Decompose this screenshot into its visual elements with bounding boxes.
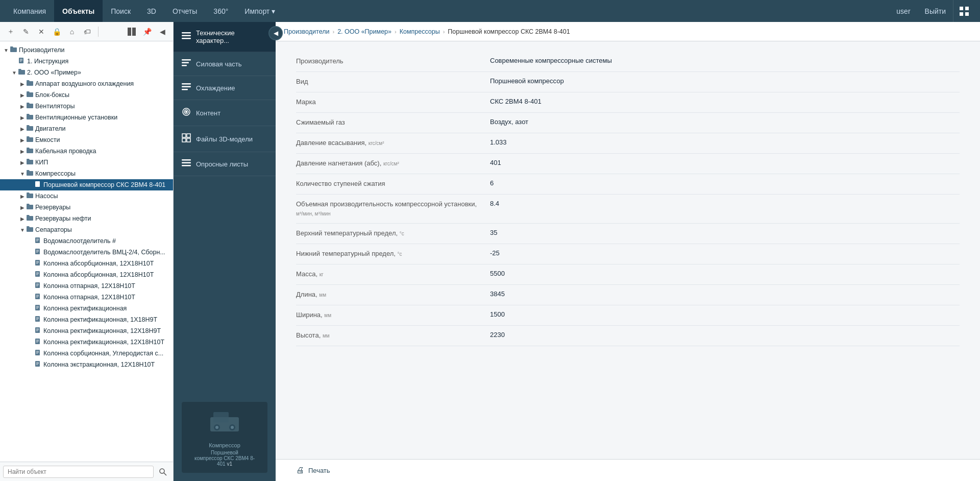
svg-point-103 bbox=[231, 426, 234, 429]
tree-item[interactable]: ▶Емкости bbox=[0, 134, 173, 146]
tree-label: Колонна ректификационная, 12Х18Н10Т bbox=[43, 339, 164, 346]
tab-icon-sil bbox=[182, 59, 191, 68]
search-button[interactable] bbox=[156, 465, 170, 479]
tree-item[interactable]: ▶Кабельная проводка bbox=[0, 146, 173, 157]
tree-item[interactable]: ▶Блок-боксы bbox=[0, 89, 173, 101]
main-layout: ＋ ✎ ✕ 🔒 ⌂ 🏷 📌 ◀ ▼Производители▶1. Инстру… bbox=[0, 22, 980, 481]
tab-label-opros: Опросные листы bbox=[196, 160, 248, 168]
print-bar[interactable]: 🖨 Печать bbox=[276, 459, 980, 481]
svg-rect-61 bbox=[35, 327, 40, 333]
tree-label: 1. Инструкция bbox=[27, 58, 68, 65]
add-button[interactable]: ＋ bbox=[4, 25, 17, 38]
nav-item-search[interactable]: Поиск bbox=[103, 0, 139, 22]
detail-value: 5500 bbox=[490, 270, 505, 277]
tree-item[interactable]: ▶Колонна ректификационная, 12Х18Н10Т bbox=[0, 336, 173, 348]
right-panel: Производители › 2. ООО «Пример» › Компре… bbox=[276, 22, 980, 481]
tab-item-ohlazh[interactable]: Охлаждение bbox=[174, 76, 276, 100]
svg-rect-16 bbox=[27, 126, 33, 131]
detail-value: 2230 bbox=[490, 331, 505, 339]
tab-item-kontent[interactable]: Контент bbox=[174, 100, 276, 126]
svg-rect-7 bbox=[19, 58, 23, 63]
nav-item-3d[interactable]: 3D bbox=[139, 0, 164, 22]
tree-item[interactable]: ▶Колонна отпарная, 12Х18Н10Т bbox=[0, 280, 173, 292]
tree-item[interactable]: ▶КИП bbox=[0, 157, 173, 168]
detail-label: Количество ступеней сжатия bbox=[296, 179, 490, 188]
tree-label: Сепараторы bbox=[35, 226, 72, 233]
tree-item[interactable]: ▶Колонна ректификационная, 1Х18Н9Т bbox=[0, 314, 173, 325]
tree-item[interactable]: ▶Аппарат воздушного охлаждения bbox=[0, 78, 173, 89]
tree-label: Двигатели bbox=[35, 125, 65, 132]
tree-item[interactable]: ▶Водомаслоотделитель # bbox=[0, 235, 173, 247]
nav-item-company[interactable]: Компания bbox=[5, 0, 54, 22]
tree-label: Компрессоры bbox=[35, 170, 76, 177]
tab-item-sil[interactable]: Силовая часть bbox=[174, 52, 276, 76]
tree-label: Колонна абсорбционная, 12Х18Н10Т bbox=[43, 260, 154, 267]
tree-label: Колонна абсорбционная, 12Х18Н10Т bbox=[43, 271, 154, 278]
tree-item[interactable]: ▶Колонна ректификационная bbox=[0, 303, 173, 314]
tree-item[interactable]: ▶Вентиляционные установки bbox=[0, 112, 173, 123]
delete-button[interactable]: ✕ bbox=[35, 25, 48, 38]
tree-item[interactable]: ▶Двигатели bbox=[0, 123, 173, 134]
detail-row: ПроизводительСовременные компрессорные с… bbox=[296, 52, 960, 72]
nav-item-360[interactable]: 360° bbox=[205, 0, 236, 22]
bc-current: Поршневой компрессор СКС 2ВМ4 8-401 bbox=[448, 28, 570, 35]
lock-button[interactable]: 🔒 bbox=[50, 25, 63, 38]
tree-item[interactable]: ▶Поршневой компрессор СКС 2ВМ4 8-401 bbox=[0, 179, 173, 190]
tree-item[interactable]: ▶1. Инструкция bbox=[0, 56, 173, 67]
search-input[interactable] bbox=[3, 466, 154, 478]
tree-item[interactable]: ▼2. ООО «Пример» bbox=[0, 67, 173, 78]
tree-item[interactable]: ▶Водомаслоотделитель ВМЦ-2/4, Сборн... bbox=[0, 247, 173, 258]
svg-rect-28 bbox=[27, 227, 33, 232]
tree-item[interactable]: ▶Колонна экстракционная, 12Х18Н10Т bbox=[0, 359, 173, 370]
logout-button[interactable]: Выйти bbox=[918, 0, 953, 22]
tab-icon-opros bbox=[182, 159, 191, 169]
tree-item[interactable]: ▶Резервуары bbox=[0, 202, 173, 213]
grid-view-icon[interactable] bbox=[953, 0, 975, 22]
bc-item-2[interactable]: Компрессоры bbox=[400, 28, 440, 35]
nav-item-reports[interactable]: Отчеты bbox=[164, 0, 205, 22]
pin-button[interactable]: 📌 bbox=[140, 25, 154, 38]
edit-button[interactable]: ✎ bbox=[19, 25, 33, 38]
tag-button[interactable]: 🏷 bbox=[81, 25, 94, 38]
layout-button[interactable] bbox=[125, 25, 138, 38]
tab-item-files3d[interactable]: Файлы 3D-модели bbox=[174, 126, 276, 152]
bc-item-1[interactable]: 2. ООО «Пример» bbox=[337, 28, 391, 35]
tab-item-opros[interactable]: Опросные листы bbox=[174, 152, 276, 176]
svg-rect-57 bbox=[35, 316, 40, 322]
tree-item[interactable]: ▶Резервуары нефти bbox=[0, 213, 173, 224]
tab-item-tech[interactable]: Технические характер... bbox=[174, 22, 276, 52]
detail-row: Масса, кг5500 bbox=[296, 264, 960, 285]
svg-rect-20 bbox=[27, 171, 33, 176]
tree-label: Колонна ректификационная, 12Х18Н9Т bbox=[43, 327, 161, 334]
nav-item-import[interactable]: Импорт ▾ bbox=[236, 0, 283, 22]
nav-item-objects[interactable]: Объекты bbox=[54, 0, 103, 22]
detail-label: Длина, мм bbox=[296, 290, 490, 299]
tree-label: 2. ООО «Пример» bbox=[27, 69, 81, 76]
tree-item[interactable]: ▶Колонна отпарная, 12Х18Н10Т bbox=[0, 292, 173, 303]
tree-item[interactable]: ▶Колонна абсорбционная, 12Х18Н10Т bbox=[0, 269, 173, 280]
tree-label: Аппарат воздушного охлаждения bbox=[35, 80, 134, 87]
thumbnail-icon bbox=[209, 408, 240, 438]
tree-item[interactable]: ▼Производители bbox=[0, 44, 173, 56]
svg-rect-83 bbox=[182, 62, 189, 64]
tab-label-tech: Технические характер... bbox=[196, 29, 267, 44]
home-button[interactable]: ⌂ bbox=[65, 25, 79, 38]
svg-rect-27 bbox=[27, 216, 33, 221]
tree-item[interactable]: ▶Насосы bbox=[0, 190, 173, 202]
tree-item[interactable]: ▶Колонна абсорбционная, 12Х18Н10Т bbox=[0, 258, 173, 269]
tab-label-sil: Силовая часть bbox=[196, 60, 241, 68]
tree-item[interactable]: ▶Колонна сорбционная, Углеродистая с... bbox=[0, 348, 173, 359]
tree-item[interactable]: ▶Колонна ректификационная, 12Х18Н9Т bbox=[0, 325, 173, 336]
detail-label: Верхний температурный предел, °с bbox=[296, 229, 490, 238]
thumbnail-area: Компрессор Поршневойкомпрессор СКС 2ВМ4 … bbox=[182, 402, 267, 473]
svg-rect-49 bbox=[35, 294, 40, 299]
tree-item[interactable]: ▼Сепараторы bbox=[0, 224, 173, 235]
svg-rect-80 bbox=[182, 35, 191, 37]
collapse-middle-button[interactable]: ◀ bbox=[268, 26, 283, 40]
tree-item[interactable]: ▼Компрессоры bbox=[0, 168, 173, 179]
detail-row: Нижний температурный предел, °с-25 bbox=[296, 244, 960, 264]
svg-rect-25 bbox=[27, 194, 33, 198]
bc-item-0[interactable]: Производители bbox=[284, 28, 329, 35]
tree-item[interactable]: ▶Вентиляторы bbox=[0, 101, 173, 112]
collapse-left-button[interactable]: ◀ bbox=[156, 25, 169, 38]
